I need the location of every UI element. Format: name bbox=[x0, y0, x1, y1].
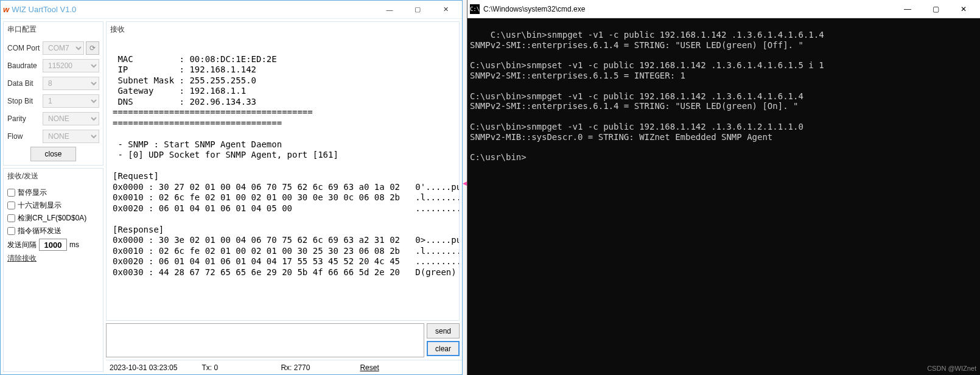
uart-tool-window: w WIZ UartTool V1.0 — ▢ ✕ 串口配置 COM Port … bbox=[0, 0, 463, 375]
baud-label: Baudrate bbox=[7, 61, 43, 70]
databit-label: Data Bit bbox=[7, 79, 43, 88]
serial-config-title: 串口配置 bbox=[4, 22, 103, 37]
uart-titlebar[interactable]: w WIZ UartTool V1.0 — ▢ ✕ bbox=[1, 1, 462, 19]
close-button[interactable]: ✕ bbox=[432, 1, 460, 18]
maximize-button[interactable]: ▢ bbox=[404, 1, 432, 18]
status-rx: Rx: 2770 bbox=[281, 363, 335, 372]
serial-config-panel: 串口配置 COM Port COM7 ⟳ Baudrate 115200 Dat… bbox=[3, 21, 103, 166]
cmd-window: C:\ C:\Windows\system32\cmd.exe — ▢ ✕ C:… bbox=[467, 0, 980, 375]
close-port-button[interactable]: close bbox=[30, 147, 75, 161]
pause-check[interactable]: 暂停显示 bbox=[7, 188, 99, 198]
databit-select[interactable]: 8 bbox=[43, 77, 99, 90]
interval-input[interactable] bbox=[39, 239, 67, 251]
cmd-minimize-button[interactable]: — bbox=[894, 1, 922, 18]
recv-send-title: 接收/发送 bbox=[4, 169, 103, 184]
cmd-title: C:\Windows\system32\cmd.exe bbox=[483, 5, 585, 13]
comport-label: COM Port bbox=[7, 44, 43, 52]
clear-button[interactable]: clear bbox=[427, 341, 460, 356]
hex-check[interactable]: 十六进制显示 bbox=[7, 200, 99, 211]
status-bar: 2023-10-31 03:23:05 Tx: 0 Rx: 2770 Reset bbox=[106, 360, 462, 374]
cmd-icon: C:\ bbox=[470, 4, 480, 14]
status-reset[interactable]: Reset bbox=[360, 363, 415, 372]
parity-select[interactable]: NONE bbox=[43, 112, 99, 125]
flow-label: Flow bbox=[7, 132, 43, 141]
cmd-output[interactable]: C:\usr\bin>snmpget -v1 -c public 192.168… bbox=[467, 18, 980, 375]
stopbit-select[interactable]: 1 bbox=[43, 94, 99, 108]
recv-output[interactable]: MAC : 00:08:DC:1E:ED:2E IP : 192.168.1.1… bbox=[107, 37, 459, 320]
baud-select[interactable]: 115200 bbox=[43, 59, 99, 72]
recv-send-panel: 接收/发送 暂停显示 十六进制显示 检测CR_LF($0D$0A) 指令循环发送… bbox=[3, 168, 103, 372]
send-button[interactable]: send bbox=[427, 323, 460, 338]
comport-select[interactable]: COM7 bbox=[43, 41, 84, 55]
recv-title: 接收 bbox=[107, 22, 459, 37]
flow-select[interactable]: NONE bbox=[43, 130, 99, 143]
cmd-titlebar[interactable]: C:\ C:\Windows\system32\cmd.exe — ▢ ✕ bbox=[467, 0, 980, 18]
cmd-close-button[interactable]: ✕ bbox=[950, 1, 978, 18]
minimize-button[interactable]: — bbox=[376, 1, 404, 18]
status-tx: Tx: 0 bbox=[201, 363, 256, 372]
crlf-check[interactable]: 检测CR_LF($0D$0A) bbox=[7, 213, 99, 223]
loop-check[interactable]: 指令循环发送 bbox=[7, 226, 99, 236]
watermark: CSDN @WIZnet bbox=[927, 365, 976, 373]
uart-title: WIZ UartTool V1.0 bbox=[12, 5, 76, 14]
send-input[interactable] bbox=[106, 323, 424, 357]
refresh-icon[interactable]: ⟳ bbox=[86, 41, 99, 55]
cmd-maximize-button[interactable]: ▢ bbox=[922, 1, 950, 18]
clear-recv-link[interactable]: 清除接收 bbox=[7, 253, 37, 264]
interval-unit: ms bbox=[69, 240, 79, 249]
interval-label: 发送间隔 bbox=[7, 240, 37, 250]
parity-label: Parity bbox=[7, 114, 43, 123]
status-time: 2023-10-31 03:23:05 bbox=[110, 363, 177, 372]
splitter-handle[interactable] bbox=[463, 0, 467, 375]
app-icon: w bbox=[3, 5, 9, 14]
stopbit-label: Stop Bit bbox=[7, 97, 43, 105]
